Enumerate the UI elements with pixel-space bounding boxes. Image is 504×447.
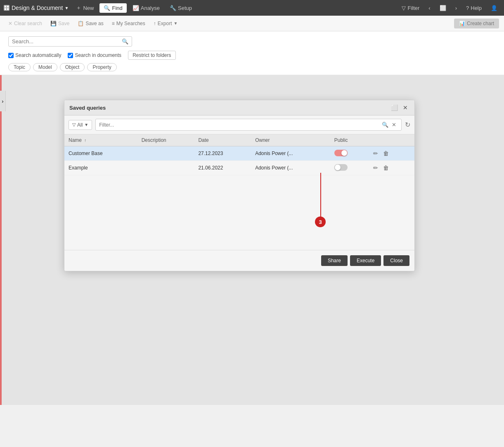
step-indicator: 3 [315, 216, 326, 227]
window-icon: ⬜ [440, 5, 446, 11]
create-chart-label: Create chart [467, 21, 494, 26]
row1-public[interactable] [330, 146, 368, 161]
execute-label: Execute [357, 258, 374, 263]
tag-model-label: Model [38, 64, 52, 70]
main-content: › Saved queries ⬜ ✕ ▽ All ▼ 🔍 ✕ ↻ [0, 75, 504, 405]
filter-dropdown-chevron: ▼ [84, 122, 88, 127]
saveas-icon: 📋 [78, 21, 84, 26]
filter-tags: Topic Model Object Property [8, 63, 497, 71]
my-searches-btn[interactable]: ≡ My Searches [109, 19, 149, 28]
nav-setup[interactable]: 🔧 Setup [166, 3, 196, 13]
row2-public-toggle[interactable] [334, 164, 348, 171]
sort-asc-icon: ↑ [84, 138, 86, 143]
row2-action-icons: ✏ 🗑 [371, 164, 410, 172]
modal-maximize-btn[interactable]: ⬜ [389, 104, 400, 112]
clear-icon: ✕ [8, 21, 12, 26]
search-auto-option[interactable]: Search automatically [8, 52, 61, 58]
toolbar-right: 📊 Create chart [454, 19, 499, 28]
col-public-label: Public [334, 137, 348, 143]
modal-title: Saved queries [69, 105, 106, 111]
table-row[interactable]: Customer Base 27.12.2023 Adonis Power (.… [64, 146, 414, 161]
modal-close-btn[interactable]: ✕ [401, 104, 409, 112]
nav-find-label: Find [112, 5, 122, 11]
svg-rect-2 [7, 6, 9, 7]
user-icon: 👤 [491, 5, 497, 11]
col-actions [367, 134, 414, 146]
table-row[interactable]: Example 21.06.2022 Adonis Power (... [64, 161, 414, 175]
col-owner-label: Owner [255, 137, 270, 143]
search-auto-checkbox[interactable] [8, 53, 14, 58]
close-dialog-btn[interactable]: Close [383, 255, 409, 266]
row1-actions: ✏ 🗑 [367, 146, 414, 161]
filter-icon: ▽ [402, 5, 406, 11]
my-searches-label: My Searches [116, 21, 145, 26]
save-as-label: Save as [85, 21, 103, 26]
nav-analyse-label: Analyse [141, 5, 160, 11]
filter-clear-btn[interactable]: ✕ [390, 121, 398, 129]
refresh-btn[interactable]: ↻ [405, 121, 410, 129]
row2-public[interactable] [330, 161, 368, 175]
search-auto-label: Search automatically [15, 52, 61, 58]
nav-chevron-left[interactable]: ‹ [425, 3, 433, 13]
nav-chevron-right[interactable]: › [452, 3, 460, 13]
search-input-container[interactable]: 🔍 [8, 36, 132, 47]
row2-actions: ✏ 🗑 [367, 161, 414, 175]
share-btn[interactable]: Share [321, 255, 348, 266]
nav-analyse[interactable]: 📈 Analyse [128, 3, 164, 13]
tag-topic-label: Topic [14, 64, 25, 70]
clear-search-btn[interactable]: ✕ Clear search [5, 19, 45, 28]
search-docs-checkbox[interactable] [68, 53, 73, 58]
col-description-label: Description [142, 137, 166, 143]
col-date-label: Date [198, 137, 208, 143]
saved-queries-modal: Saved queries ⬜ ✕ ▽ All ▼ 🔍 ✕ ↻ [64, 100, 415, 271]
save-as-btn[interactable]: 📋 Save as [74, 19, 106, 28]
save-btn[interactable]: 💾 Save [47, 19, 73, 28]
tag-object[interactable]: Object [60, 63, 85, 71]
queries-table: Name ↑ Description Date Owner [64, 134, 414, 175]
clear-search-label: Clear search [14, 21, 42, 26]
row1-public-toggle[interactable] [334, 150, 348, 156]
app-logo[interactable]: Design & Document ▼ [3, 5, 69, 11]
search-icon: 🔍 [104, 5, 110, 11]
tag-model[interactable]: Model [33, 63, 57, 71]
create-chart-btn[interactable]: 📊 Create chart [454, 19, 499, 28]
help-icon: ? [466, 5, 469, 11]
row1-description [137, 146, 194, 161]
help-btn[interactable]: ? Help [463, 3, 485, 13]
filter-input-container[interactable]: 🔍 ✕ [95, 119, 402, 131]
search-input[interactable] [12, 38, 122, 45]
toggle-thumb [335, 165, 341, 170]
filter-search-btn[interactable]: 🔍 [380, 121, 390, 129]
restrict-label: Restrict to folders [133, 52, 171, 58]
app-title: Design & Document [12, 5, 63, 11]
filter-input[interactable] [99, 122, 380, 128]
execute-btn[interactable]: Execute [350, 255, 381, 266]
nav-new[interactable]: ＋ New [72, 2, 98, 13]
restrict-folders-btn[interactable]: Restrict to folders [128, 51, 175, 60]
filter-btn[interactable]: ▽ Filter [398, 3, 423, 13]
row1-delete-btn[interactable]: 🗑 [381, 149, 390, 158]
nav-find[interactable]: 🔍 Find [99, 3, 126, 13]
nav-right-section: ▽ Filter ‹ ⬜ › ? Help 👤 [398, 3, 501, 13]
svg-rect-4 [7, 8, 9, 10]
svg-rect-1 [5, 6, 6, 7]
top-navigation: Design & Document ▼ ＋ New 🔍 Find 📈 Analy… [0, 0, 504, 16]
svg-rect-3 [5, 8, 6, 10]
row2-edit-btn[interactable]: ✏ [371, 164, 380, 172]
nav-new-label: New [83, 5, 94, 11]
search-docs-option[interactable]: Search in documents [68, 52, 121, 58]
nav-window[interactable]: ⬜ [436, 3, 450, 13]
user-btn[interactable]: 👤 [487, 3, 501, 13]
tag-topic[interactable]: Topic [8, 63, 31, 71]
filter-type-dropdown[interactable]: ▽ All ▼ [69, 120, 92, 130]
search-options: Search automatically Search in documents… [8, 51, 497, 60]
row2-delete-btn[interactable]: 🗑 [381, 164, 390, 172]
export-btn[interactable]: ↑ Export ▼ [150, 19, 181, 28]
tag-object-label: Object [65, 64, 80, 70]
save-label: Save [58, 21, 69, 26]
tag-property[interactable]: Property [87, 63, 116, 71]
row1-edit-btn[interactable]: ✏ [371, 149, 380, 158]
sidebar-toggle[interactable]: › [0, 91, 6, 111]
search-area: 🔍 Search automatically Search in documen… [0, 31, 504, 75]
plus-icon: ＋ [76, 4, 81, 12]
